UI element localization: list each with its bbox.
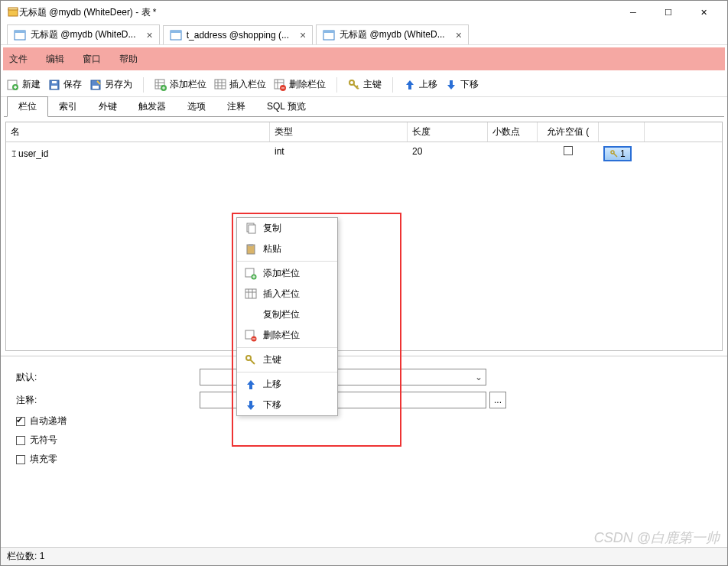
- del-col-icon: [274, 79, 286, 91]
- designer-tabs: 栏位 索引 外键 触发器 选项 注释 SQL 预览: [4, 97, 724, 117]
- svg-rect-5: [171, 31, 181, 33]
- col-name[interactable]: 名: [6, 122, 270, 142]
- menu-edit[interactable]: 编辑: [46, 53, 64, 66]
- key-icon: [245, 354, 257, 366]
- save-button[interactable]: 保存: [48, 78, 82, 91]
- cell-name[interactable]: user_id: [18, 148, 48, 159]
- doc-tab[interactable]: t_address @shopping (... ×: [163, 25, 313, 44]
- close-icon[interactable]: ×: [456, 29, 462, 41]
- ctx-up[interactable]: 上移: [237, 374, 337, 395]
- comment-browse-button[interactable]: ...: [489, 392, 506, 408]
- close-icon[interactable]: ×: [147, 29, 153, 41]
- fields-grid: 名 类型 长度 小数点 允许空值 ( 𝙸user_id int 20 1: [5, 122, 723, 351]
- insert-col-icon: [245, 288, 257, 301]
- tab-options[interactable]: 选项: [177, 97, 216, 116]
- move-up-button[interactable]: 上移: [404, 78, 437, 91]
- ctx-del-col[interactable]: 删除栏位: [237, 325, 337, 346]
- col-type[interactable]: 类型: [270, 122, 408, 142]
- tab-sql[interactable]: SQL 预览: [256, 97, 317, 116]
- table-icon: [323, 29, 335, 41]
- cell-null[interactable]: [538, 142, 599, 165]
- add-col-icon: [245, 268, 257, 280]
- unsigned-check[interactable]: 无符号: [16, 434, 712, 447]
- ctx-add-col[interactable]: 添加栏位: [237, 263, 337, 284]
- delete-column-button[interactable]: 删除栏位: [274, 78, 326, 91]
- del-col-icon: [245, 330, 257, 342]
- close-button[interactable]: ✕: [686, 2, 721, 23]
- tab-fk[interactable]: 外键: [88, 97, 128, 116]
- titlebar: 无标题 @mydb (WhiteDeer) - 表 * ─ ☐ ✕: [1, 1, 727, 24]
- zerofill-check[interactable]: 填充零: [16, 453, 712, 466]
- watermark: CSDN @白鹿第一帅: [594, 529, 720, 547]
- ctx-copy[interactable]: 复制: [237, 218, 337, 239]
- tab-fields[interactable]: 栏位: [7, 96, 48, 117]
- svg-rect-1: [8, 8, 18, 10]
- doc-tab-label: 无标题 @mydb (WhiteD...: [340, 28, 445, 41]
- up-icon: [404, 79, 416, 91]
- table-icon: [170, 29, 182, 41]
- doc-tab[interactable]: 无标题 @mydb (WhiteD... ×: [316, 24, 469, 44]
- tab-trigger[interactable]: 触发器: [128, 97, 177, 116]
- context-menu: 复制 粘贴 添加栏位 插入栏位 复制栏位 删除栏位 主键 上移 下移: [236, 217, 338, 416]
- col-null[interactable]: 允许空值 (: [538, 122, 599, 142]
- up-icon: [245, 379, 257, 391]
- tab-index[interactable]: 索引: [48, 97, 88, 116]
- statusbar: 栏位数: 1: [1, 547, 727, 565]
- svg-rect-17: [215, 80, 226, 89]
- default-label: 默认:: [16, 371, 200, 384]
- svg-rect-7: [323, 31, 334, 33]
- col-pk[interactable]: [599, 122, 645, 142]
- cell-length[interactable]: 20: [408, 142, 488, 165]
- col-length[interactable]: 长度: [408, 122, 488, 142]
- cell-type[interactable]: int: [270, 142, 408, 165]
- menu-window[interactable]: 窗口: [83, 53, 101, 66]
- add-column-button[interactable]: 添加栏位: [154, 78, 206, 91]
- insert-col-icon: [214, 79, 226, 91]
- table-row[interactable]: 𝙸user_id int 20 1: [6, 142, 722, 165]
- ctx-copy-col[interactable]: 复制栏位: [237, 304, 337, 325]
- move-down-button[interactable]: 下移: [445, 78, 479, 91]
- menu-help[interactable]: 帮助: [119, 53, 138, 66]
- text-cursor-icon: 𝙸: [11, 148, 17, 159]
- minimize-button[interactable]: ─: [616, 2, 651, 23]
- insert-column-button[interactable]: 插入栏位: [214, 78, 266, 91]
- ctx-insert-col[interactable]: 插入栏位: [237, 284, 337, 304]
- grid-header: 名 类型 长度 小数点 允许空值 (: [6, 122, 722, 142]
- saveas-icon: [89, 79, 102, 91]
- comment-label: 注释:: [16, 394, 200, 407]
- saveas-button[interactable]: 另存为: [89, 78, 132, 91]
- svg-rect-12: [52, 81, 57, 83]
- new-button[interactable]: 新建: [7, 78, 41, 91]
- ctx-pk[interactable]: 主键: [237, 350, 337, 370]
- app-icon: [7, 6, 19, 18]
- key-icon: [348, 79, 360, 91]
- close-icon[interactable]: ×: [300, 29, 306, 41]
- cell-pk[interactable]: 1: [599, 142, 645, 165]
- status-col-count: 栏位数: 1: [7, 550, 44, 563]
- menu-file[interactable]: 文件: [9, 53, 28, 66]
- ctx-paste[interactable]: 粘贴: [237, 239, 337, 259]
- toolbar: 新建 保存 另存为 添加栏位 插入栏位 删除栏位 主键 上移 下移: [1, 73, 727, 97]
- table-icon: [14, 29, 26, 41]
- field-properties: 默认: 注释: ... 自动递增 无符号 填充零: [1, 356, 727, 478]
- doc-tab[interactable]: 无标题 @mydb (WhiteD... ×: [7, 24, 160, 44]
- svg-rect-23: [249, 225, 255, 233]
- new-icon: [7, 79, 19, 91]
- doc-tab-label: 无标题 @mydb (WhiteD...: [31, 28, 136, 41]
- ctx-down[interactable]: 下移: [237, 395, 337, 415]
- copy-icon: [245, 223, 257, 235]
- col-decimal[interactable]: 小数点: [488, 122, 538, 142]
- maximize-button[interactable]: ☐: [651, 2, 686, 23]
- svg-rect-11: [51, 86, 57, 89]
- auto-increment-check[interactable]: 自动递增: [16, 415, 712, 428]
- svg-rect-14: [93, 86, 99, 89]
- cell-decimal[interactable]: [488, 142, 538, 165]
- key-icon: [609, 149, 619, 158]
- save-icon: [48, 79, 60, 91]
- doc-tab-label: t_address @shopping (...: [187, 30, 289, 41]
- down-icon: [445, 79, 457, 91]
- paste-icon: [245, 243, 257, 255]
- menubar: 文件 编辑 窗口 帮助: [3, 47, 725, 70]
- tab-comment[interactable]: 注释: [216, 97, 256, 116]
- primary-key-button[interactable]: 主键: [348, 78, 382, 91]
